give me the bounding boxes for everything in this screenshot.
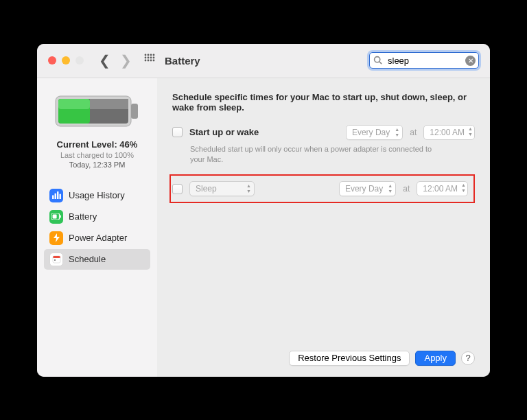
footer: Restore Previous Settings Apply ? [172,351,475,366]
sidebar-item-label: Power Adapter [69,233,127,243]
svg-point-0 [145,54,147,56]
svg-rect-26 [53,215,57,219]
chevron-updown-icon: ▲▼ [395,127,399,138]
sidebar-nav: Usage History Battery Power Adapter [44,185,150,270]
sidebar-item-label: Battery [69,211,97,222]
svg-rect-19 [90,99,128,109]
search-input[interactable] [369,52,479,69]
svg-rect-22 [57,191,58,199]
search-field[interactable]: ✕ [369,52,479,69]
minimize-window-button[interactable] [62,56,70,65]
power-adapter-icon [49,231,63,245]
zoom-window-button[interactable] [75,56,84,65]
sidebar-item-power-adapter[interactable]: Power Adapter [44,228,150,248]
battery-last-when: Today, 12:33 PM [57,161,138,169]
at-label: at [403,184,410,194]
svg-rect-23 [59,194,60,199]
chevron-updown-icon: ▲▼ [246,183,251,194]
svg-point-1 [148,54,150,56]
svg-point-6 [150,57,152,59]
chevron-updown-icon: ▲▼ [388,183,393,194]
svg-point-2 [150,54,152,56]
prefs-window: ❮ ❯ Battery ✕ Current [37,44,490,377]
svg-rect-25 [60,215,61,218]
sidebar-item-usage-history[interactable]: Usage History [44,185,150,206]
stepper-icon: ▲▼ [461,183,466,194]
battery-illustration [54,92,140,130]
battery-last-charged: Last charged to 100% [57,151,138,159]
nav-buttons: ❮ ❯ [99,52,132,69]
forward-button[interactable]: ❯ [120,52,132,69]
schedule-description: Schedule specific times for your Mac to … [172,92,475,113]
traffic-lights [48,56,84,65]
search-icon [373,56,382,67]
svg-point-4 [145,57,147,59]
startup-row: Start up or wake Every Day ▲▼ at 12:00 A… [172,125,475,140]
svg-point-3 [153,54,155,56]
sidebar-item-schedule[interactable]: Schedule [44,249,150,270]
clear-search-button[interactable]: ✕ [465,56,476,66]
svg-point-11 [153,60,155,62]
svg-point-9 [148,60,150,62]
help-button[interactable]: ? [461,351,475,365]
svg-rect-28 [53,256,60,258]
sleep-checkbox[interactable] [172,184,183,194]
main-panel: Schedule specific times for your Mac to … [157,78,490,377]
svg-rect-21 [54,194,56,199]
startup-note: Scheduled start up will only occur when … [190,144,444,165]
body: Current Level: 46% Last charged to 100% … [37,78,490,377]
sidebar-item-label: Usage History [69,190,125,200]
restore-button[interactable]: Restore Previous Settings [289,351,410,366]
titlebar: ❮ ❯ Battery ✕ [37,44,490,78]
highlight-box: Sleep ▲▼ Every Day ▲▼ at 12:00 AM ▲▼ [169,174,475,203]
sleep-row: Sleep ▲▼ Every Day ▲▼ at 12:00 AM ▲▼ [172,181,468,196]
svg-rect-15 [131,104,138,119]
battery-level: Current Level: 46% [57,139,138,150]
battery-icon [49,210,63,224]
startup-label: Start up or wake [189,127,259,137]
svg-point-8 [145,60,147,62]
stepper-icon: ▲▼ [468,126,473,137]
at-label: at [410,128,417,137]
svg-point-12 [375,57,380,62]
svg-rect-18 [58,99,90,109]
close-window-button[interactable] [48,56,56,65]
usage-history-icon [49,189,63,202]
svg-point-7 [153,57,155,59]
schedule-icon [49,253,63,266]
apply-button[interactable]: Apply [415,351,456,366]
startup-day-select[interactable]: Every Day ▲▼ [346,125,403,140]
sidebar: Current Level: 46% Last charged to 100% … [37,78,157,377]
startup-checkbox[interactable] [172,127,183,137]
svg-rect-20 [52,196,54,200]
back-button[interactable]: ❮ [99,52,110,69]
sleep-action-select[interactable]: Sleep ▲▼ [189,181,255,196]
startup-time-stepper[interactable]: 12:00 AM ▲▼ [423,125,475,140]
svg-rect-29 [54,259,56,261]
battery-stats: Current Level: 46% Last charged to 100% … [57,139,138,169]
show-all-button[interactable] [144,54,159,67]
sleep-time-stepper[interactable]: 12:00 AM ▲▼ [417,181,468,196]
sidebar-item-battery[interactable]: Battery [44,207,150,227]
svg-line-13 [379,62,382,64]
svg-point-5 [148,57,150,59]
sleep-day-select[interactable]: Every Day ▲▼ [339,181,396,196]
sidebar-item-label: Schedule [69,254,106,264]
page-title: Battery [165,55,200,67]
svg-point-10 [150,60,152,62]
